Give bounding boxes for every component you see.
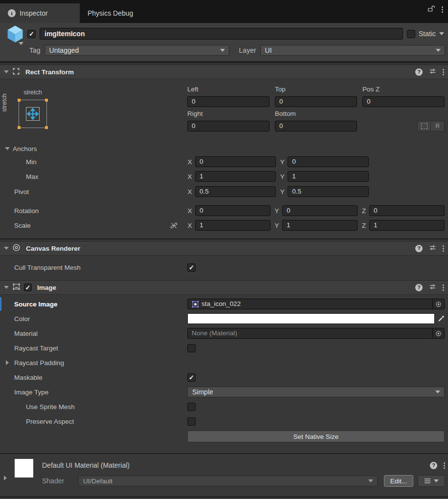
chevron-down-icon [368, 479, 373, 482]
left-input[interactable]: 0 [187, 96, 269, 107]
active-checkbox[interactable] [27, 30, 36, 38]
top-label: Top [275, 85, 357, 94]
chevron-down-icon [434, 479, 439, 482]
help-icon[interactable]: ? [415, 245, 423, 252]
kebab-menu-icon[interactable] [442, 6, 443, 13]
object-picker-icon[interactable] [432, 299, 444, 309]
canvas-renderer-body: Cull Transparent Mesh [0, 256, 448, 280]
axis-y-label: Y [274, 207, 279, 215]
rotation-x-input[interactable]: 0 [195, 205, 270, 216]
posz-input[interactable]: 0 [362, 96, 445, 107]
anchors-min-x-input[interactable]: 0 [195, 156, 276, 167]
tab-physics-debug[interactable]: Physics Debug [80, 3, 141, 23]
raycast-target-checkbox[interactable] [187, 344, 196, 352]
raw-edit-mode-button[interactable]: R [431, 121, 445, 131]
gameobject-icon-button[interactable] [3, 25, 27, 42]
foldout-icon[interactable] [4, 70, 9, 73]
preserve-aspect-label: Preserve Aspect [0, 418, 187, 425]
chevron-down-icon [435, 391, 440, 393]
kebab-menu-icon[interactable] [443, 245, 444, 252]
scale-z-input[interactable]: 1 [369, 220, 445, 231]
object-picker-icon[interactable] [432, 328, 444, 338]
use-sprite-mesh-label: Use Sprite Mesh [0, 403, 187, 411]
help-icon[interactable]: ? [415, 68, 423, 76]
cull-transparent-mesh-checkbox[interactable] [187, 263, 196, 272]
right-input[interactable]: 0 [187, 121, 269, 131]
material-field[interactable]: None (Material) [187, 328, 445, 339]
foldout-icon[interactable] [4, 286, 9, 289]
pivot-x-input[interactable]: 0.5 [195, 186, 276, 197]
rect-transform-header[interactable]: Rect Transform ? [0, 65, 448, 79]
left-label: Left [187, 85, 269, 94]
static-dropdown-arrow[interactable] [439, 32, 444, 35]
anchors-foldout[interactable]: Anchors [0, 145, 187, 152]
preserve-aspect-checkbox[interactable] [187, 417, 196, 426]
shader-dropdown[interactable]: UI/Default [78, 476, 378, 486]
axis-x-label: X [187, 188, 192, 195]
color-label: Color [0, 315, 187, 323]
anchor-preset-button[interactable] [19, 100, 47, 128]
kebab-menu-icon[interactable] [443, 69, 444, 75]
color-swatch[interactable] [187, 313, 435, 324]
foldout-icon[interactable] [4, 476, 7, 480]
material-title: Default UI Material (Material) [42, 461, 130, 469]
maskable-checkbox[interactable] [187, 373, 196, 382]
top-input[interactable]: 0 [275, 96, 357, 107]
anchors-max-y-input[interactable]: 1 [288, 171, 368, 182]
pivot-y-input[interactable]: 0.5 [288, 186, 368, 197]
sprite-icon [192, 301, 199, 308]
unlink-scale-icon[interactable] [170, 222, 178, 231]
static-checkbox[interactable] [407, 30, 415, 38]
tag-dropdown[interactable]: Untagged [45, 45, 229, 56]
presets-icon[interactable] [429, 244, 436, 253]
anchors-max-x-input[interactable]: 1 [195, 171, 276, 182]
source-image-field[interactable]: sta_icon_022 [187, 299, 445, 309]
axis-y-label: Y [280, 158, 285, 166]
raycast-padding-label[interactable]: Raycast Padding [0, 359, 187, 367]
blueprint-mode-button[interactable] [417, 121, 431, 131]
rotation-y-input[interactable]: 0 [282, 205, 358, 216]
use-sprite-mesh-checkbox[interactable] [187, 403, 196, 411]
foldout-icon[interactable] [6, 360, 9, 365]
tag-value: Untagged [49, 46, 79, 54]
pivot-label: Pivot [0, 188, 187, 195]
anchors-max-label: Max [0, 173, 187, 180]
canvas-renderer-title: Canvas Renderer [26, 245, 80, 252]
axis-y-label: Y [280, 188, 285, 195]
material-label: Material [0, 330, 187, 337]
lock-icon[interactable] [427, 5, 435, 14]
scale-x-input[interactable]: 1 [195, 220, 270, 231]
bottom-input[interactable]: 0 [275, 121, 357, 131]
axis-z-label: Z [361, 207, 366, 215]
help-icon[interactable]: ? [430, 462, 437, 469]
material-list-button[interactable] [418, 475, 445, 487]
rotation-z-input[interactable]: 0 [369, 205, 445, 216]
icon-dropdown-arrow[interactable] [19, 42, 23, 45]
canvas-renderer-header[interactable]: Canvas Renderer ? [0, 241, 448, 256]
edit-button[interactable]: Edit... [384, 475, 413, 487]
foldout-icon[interactable] [4, 247, 9, 250]
axis-y-label: Y [280, 173, 285, 180]
help-icon[interactable]: ? [415, 284, 423, 291]
scale-label: Scale [0, 222, 187, 229]
scale-y-input[interactable]: 1 [282, 220, 358, 231]
anchors-min-y-input[interactable]: 0 [288, 156, 368, 167]
layer-dropdown[interactable]: UI [260, 45, 445, 56]
info-icon: i [8, 9, 16, 17]
gameobject-name-input[interactable]: imgItemIcon [40, 28, 403, 40]
tab-inspector[interactable]: i Inspector [0, 3, 80, 23]
presets-icon[interactable] [429, 283, 436, 292]
image-header[interactable]: Image ? [0, 280, 448, 295]
kebab-menu-icon[interactable] [444, 462, 445, 469]
foldout-icon [5, 147, 10, 150]
eyedropper-icon[interactable] [438, 315, 445, 322]
image-type-value: Simple [192, 388, 213, 396]
set-native-size-button[interactable]: Set Native Size [187, 431, 445, 442]
material-preview[interactable] [15, 459, 33, 477]
kebab-menu-icon[interactable] [443, 284, 444, 291]
image-body: Source Image sta_icon_022 [0, 295, 448, 450]
presets-icon[interactable] [429, 67, 436, 76]
right-label: Right [187, 109, 269, 118]
image-type-dropdown[interactable]: Simple [187, 387, 445, 397]
image-enabled-checkbox[interactable] [24, 283, 32, 291]
